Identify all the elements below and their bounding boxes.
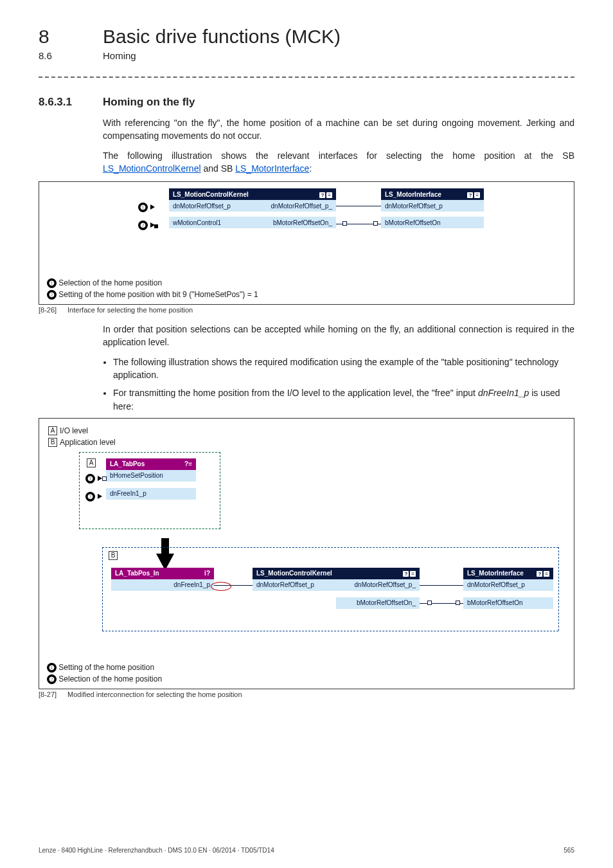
figure-caption: [8-26] Interface for selecting the home … bbox=[39, 306, 574, 314]
divider bbox=[39, 77, 574, 78]
port: bHomeSetPosition bbox=[106, 470, 196, 482]
help-icon: ? bbox=[206, 570, 210, 577]
block-ls-motorinterface: LS_MotorInterface ?≡ bbox=[463, 568, 553, 579]
menu-icon: ≡ bbox=[410, 571, 416, 577]
paragraph: With referencing "on the fly", the home … bbox=[103, 116, 574, 143]
footer-page-number: 565 bbox=[564, 847, 574, 854]
help-icon: ? bbox=[467, 192, 473, 198]
figure-legend: ❶ Selection of the home position ❷ Setti… bbox=[47, 277, 566, 300]
link-ls-motorinterface[interactable]: LS_MotorInterface bbox=[235, 163, 309, 174]
port: dnMotorRefOffset_p bbox=[169, 200, 253, 212]
level-b-tag: B bbox=[48, 438, 57, 447]
block-la-tabpos: LA_TabPos ?≡ bbox=[106, 458, 196, 470]
block-title: LA_TabPos bbox=[110, 460, 145, 467]
badge-2: ❷ bbox=[85, 492, 95, 502]
port: dnMotorRefOffset_p_ bbox=[336, 579, 420, 591]
list-item: The following illustration shows the req… bbox=[113, 356, 574, 382]
level-a-tag: A bbox=[48, 426, 57, 435]
list-item: For transmitting the home position from … bbox=[113, 386, 574, 413]
legend-text: Selection of the home position bbox=[58, 674, 162, 683]
port: bMotorRefOffsetOn bbox=[463, 597, 553, 609]
text: : bbox=[309, 163, 312, 174]
port: dnMotorRefOffset_p bbox=[253, 579, 336, 591]
block-ls-motioncontrolkernel: LS_MotionControlKernel ?≡ bbox=[253, 568, 420, 579]
port: wMotionControl1 bbox=[169, 217, 253, 228]
paragraph: In order that position selections can be… bbox=[103, 323, 574, 349]
text: For transmitting the home position from … bbox=[113, 388, 478, 398]
subsection-number: 8.6.3.1 bbox=[39, 96, 84, 109]
link-ls-motioncontrolkernel[interactable]: LS_MotionControlKernel bbox=[103, 163, 201, 174]
section-number: 8.6 bbox=[39, 50, 71, 61]
port: dnFreeIn1_p bbox=[106, 488, 196, 500]
level-a-label: I/O level bbox=[60, 426, 88, 435]
chapter-title: Basic drive functions (MCK) bbox=[103, 26, 341, 48]
figure-8-26: ❶ ❷ LS_MotionControlKernel ?≡ dnMotorRef… bbox=[39, 181, 574, 305]
badge-2: ❷ bbox=[138, 221, 148, 230]
paragraph: The following illustration shows the rel… bbox=[103, 149, 574, 176]
text: and SB bbox=[201, 163, 236, 174]
block-title: LS_MotionControlKernel bbox=[256, 570, 332, 577]
help-icon: ? bbox=[319, 192, 325, 198]
legend-text: Setting of the home position with bit 9 … bbox=[58, 290, 258, 299]
block-ls-motioncontrolkernel: LS_MotionControlKernel ?≡ bbox=[169, 188, 336, 200]
port: dnFreeIn1_p bbox=[111, 579, 214, 591]
text-italic: dnFreeIn1_p bbox=[478, 388, 529, 398]
block-title: LA_TabPos_In bbox=[115, 570, 159, 577]
port: bMotorRefOffsetOn bbox=[381, 217, 484, 228]
block-title: LS_MotorInterface bbox=[467, 570, 524, 577]
figure-8-27: A I/O level B Application level A LA_Tab… bbox=[39, 418, 574, 689]
caption-text: Interface for selecting the home positio… bbox=[67, 306, 193, 314]
caption-tag: [8-26] bbox=[39, 306, 66, 314]
footer-left: Lenze · 8400 HighLine · Referenzhandbuch… bbox=[39, 847, 274, 854]
level-a-inner-tag: A bbox=[87, 458, 96, 467]
menu-icon: ≡ bbox=[474, 192, 480, 198]
legend-text: Setting of the home position bbox=[58, 663, 154, 672]
badge-1: ❶ bbox=[138, 203, 148, 212]
help-icon: ? bbox=[537, 571, 542, 577]
port: bMotorRefOffsetOn_ bbox=[253, 217, 336, 228]
chapter-number: 8 bbox=[39, 26, 71, 48]
port: dnMotorRefOffset_p bbox=[463, 579, 553, 591]
legend-text: Selection of the home position bbox=[58, 278, 162, 287]
badge-1: ❶ bbox=[85, 474, 95, 484]
text: The following illustration shows the rel… bbox=[103, 150, 574, 161]
level-b-label: Application level bbox=[60, 438, 116, 447]
port: dnMotorRefOffset_p_ bbox=[253, 200, 336, 212]
block-ls-motorinterface: LS_MotorInterface ?≡ bbox=[381, 188, 484, 200]
section-title: Homing bbox=[103, 50, 136, 61]
help-icon: ? bbox=[403, 571, 409, 577]
menu-icon: ≡ bbox=[544, 571, 549, 577]
block-title: LS_MotorInterface bbox=[385, 191, 441, 198]
figure-caption: [8-27] Modified interconnection for sele… bbox=[39, 691, 574, 698]
menu-icon: ≡ bbox=[326, 192, 332, 198]
caption-text: Modified interconnection for selecting t… bbox=[67, 691, 242, 698]
highlight-oval bbox=[211, 582, 231, 591]
port: dnMotorRefOffset_p bbox=[381, 200, 484, 212]
level-b-inner-tag: B bbox=[109, 551, 118, 560]
caption-tag: [8-27] bbox=[39, 691, 66, 698]
block-title: LS_MotionControlKernel bbox=[173, 191, 249, 198]
figure-legend: ❶ Setting of the home position ❷ Selecti… bbox=[47, 662, 566, 685]
subsection-title: Homing on the fly bbox=[103, 96, 195, 109]
block-la-tabpos-in: LA_TabPos_In i? bbox=[111, 568, 214, 579]
menu-icon: ≡ bbox=[188, 460, 192, 467]
port: bMotorRefOffsetOn_ bbox=[336, 597, 420, 609]
